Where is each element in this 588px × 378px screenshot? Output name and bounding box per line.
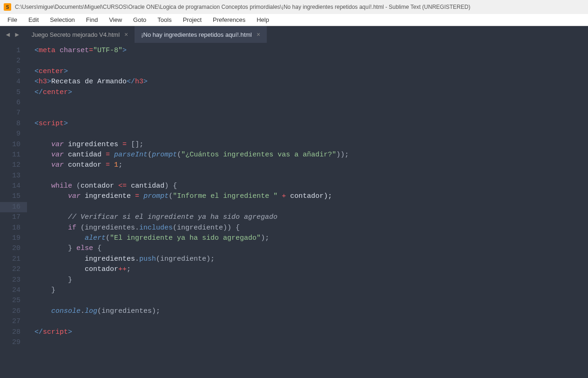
menu-selection[interactable]: Selection bbox=[44, 14, 80, 25]
menu-find[interactable]: Find bbox=[81, 14, 103, 25]
menu-file[interactable]: File bbox=[2, 14, 23, 25]
code-line[interactable]: var ingrediente = prompt("Informe el ing… bbox=[34, 191, 580, 202]
code-line[interactable] bbox=[34, 317, 580, 327]
nav-right-icon[interactable]: ► bbox=[14, 31, 20, 38]
code-line[interactable]: while (contador <= cantidad) { bbox=[34, 181, 580, 191]
code-line[interactable]: var contador = 1; bbox=[34, 160, 580, 170]
code-line[interactable]: <meta charset="UTF-8"> bbox=[34, 46, 580, 56]
code-line[interactable] bbox=[34, 129, 580, 139]
code-line[interactable] bbox=[34, 171, 580, 181]
code-line[interactable]: } bbox=[34, 275, 580, 285]
code-line[interactable]: // Verificar si el ingrediente ya ha sid… bbox=[34, 212, 580, 223]
code-area[interactable]: <meta charset="UTF-8"><center><h3>Receta… bbox=[27, 43, 580, 378]
tab-nav-arrows[interactable]: ◄ ► bbox=[0, 26, 25, 43]
code-line[interactable]: ingredientes.push(ingrediente); bbox=[34, 254, 580, 264]
app-icon: S bbox=[4, 3, 11, 11]
nav-left-icon[interactable]: ◄ bbox=[5, 31, 11, 38]
menu-help[interactable]: Help bbox=[251, 14, 275, 25]
close-icon[interactable]: × bbox=[257, 31, 260, 38]
editor[interactable]: 1234567891011121314151617181920212223242… bbox=[0, 43, 588, 378]
code-line[interactable] bbox=[34, 296, 580, 306]
code-line[interactable]: <script> bbox=[34, 119, 580, 129]
menu-preferences[interactable]: Preferences bbox=[207, 14, 251, 25]
menu-bar: File Edit Selection Find View Goto Tools… bbox=[0, 14, 588, 26]
window-title: C:\Users\migue\Documents\Miguel\CURSOS\O… bbox=[15, 4, 470, 10]
menu-project[interactable]: Project bbox=[177, 14, 207, 25]
menu-edit[interactable]: Edit bbox=[23, 14, 44, 25]
code-line[interactable] bbox=[34, 108, 580, 118]
tab-ingredientes[interactable]: ¡No hay ingredientes repetidos aquí!.htm… bbox=[135, 26, 267, 43]
code-line[interactable]: </script> bbox=[34, 327, 580, 338]
code-line[interactable]: var cantidad = parseInt(prompt("¿Cuántos… bbox=[34, 150, 580, 160]
code-line[interactable]: } else { bbox=[34, 243, 580, 254]
tab-juego-secreto[interactable]: Juego Secreto mejorado V4.html × bbox=[25, 26, 135, 43]
code-line[interactable] bbox=[34, 98, 580, 108]
code-line[interactable]: <center> bbox=[34, 67, 580, 77]
code-line[interactable]: contador++; bbox=[34, 264, 580, 275]
code-line[interactable] bbox=[34, 56, 580, 66]
code-line[interactable]: alert("El ingrediente ya ha sido agregad… bbox=[34, 233, 580, 243]
code-line[interactable]: if (ingredientes.includes(ingrediente)) … bbox=[34, 223, 580, 233]
gutter: 1234567891011121314151617181920212223242… bbox=[0, 43, 27, 378]
menu-goto[interactable]: Goto bbox=[128, 14, 152, 25]
code-line[interactable]: console.log(ingredientes); bbox=[34, 306, 580, 317]
code-line[interactable]: </center> bbox=[34, 88, 580, 98]
code-line[interactable] bbox=[34, 338, 580, 348]
menu-view[interactable]: View bbox=[103, 14, 128, 25]
tab-label: Juego Secreto mejorado V4.html bbox=[32, 31, 120, 38]
menu-tools[interactable]: Tools bbox=[152, 14, 177, 25]
code-line[interactable]: <h3>Recetas de Armando</h3> bbox=[34, 77, 580, 87]
title-bar: S C:\Users\migue\Documents\Miguel\CURSOS… bbox=[0, 0, 588, 14]
code-line[interactable]: var ingredientes = []; bbox=[34, 140, 580, 150]
tab-bar: ◄ ► Juego Secreto mejorado V4.html × ¡No… bbox=[0, 26, 588, 43]
code-line[interactable]: } bbox=[34, 285, 580, 296]
close-icon[interactable]: × bbox=[124, 31, 128, 38]
minimap[interactable] bbox=[580, 43, 588, 378]
tab-label: ¡No hay ingredientes repetidos aquí!.htm… bbox=[141, 31, 252, 38]
code-line[interactable] bbox=[34, 202, 580, 212]
